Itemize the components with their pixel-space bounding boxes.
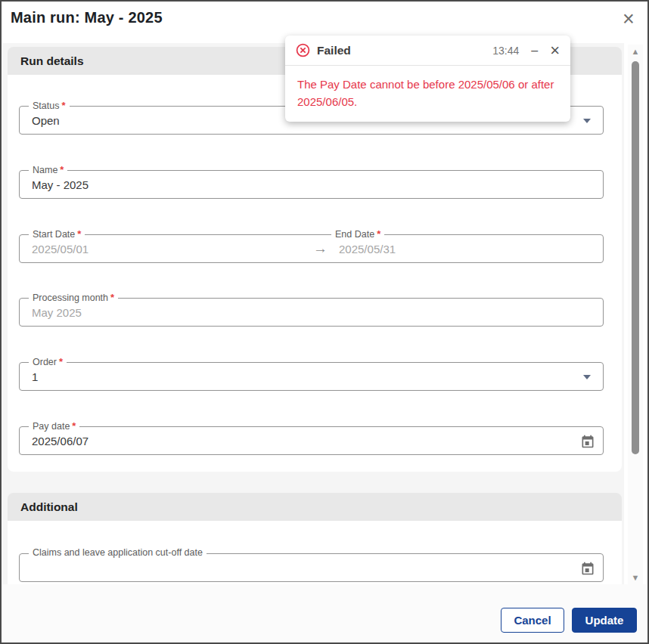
toast-timestamp: 13:44 bbox=[492, 45, 519, 57]
page-title: Main run: May - 2025 bbox=[11, 9, 163, 26]
chevron-down-icon[interactable] bbox=[583, 119, 591, 123]
main-run-dialog: Main run: May - 2025 × Run details Statu… bbox=[0, 0, 649, 644]
chevron-down-icon[interactable] bbox=[583, 375, 591, 379]
required-asterisk: * bbox=[377, 228, 380, 240]
processing-month-field: Processing month* May 2025 bbox=[19, 298, 604, 327]
claims-cutoff-field[interactable]: Claims and leave application cut-off dat… bbox=[19, 553, 604, 582]
required-asterisk: * bbox=[110, 292, 114, 303]
failed-toast: Failed 13:44 – × The Pay Date cannot be … bbox=[285, 36, 570, 122]
start-date-label: Start Date* bbox=[29, 228, 85, 240]
required-asterisk: * bbox=[77, 228, 81, 240]
close-icon[interactable]: × bbox=[617, 8, 640, 30]
minimize-icon[interactable]: – bbox=[531, 45, 538, 56]
scroll-down-icon[interactable]: ▼ bbox=[628, 572, 643, 583]
scroll-up-icon[interactable]: ▲ bbox=[628, 46, 643, 57]
section-header-additional: Additional bbox=[8, 493, 622, 521]
name-label: Name* bbox=[29, 164, 67, 175]
status-label: Status* bbox=[29, 100, 70, 111]
required-asterisk: * bbox=[59, 356, 63, 367]
status-value: Open bbox=[32, 114, 60, 127]
toast-message: The Pay Date cannot be before 2025/05/06… bbox=[285, 66, 570, 110]
required-asterisk: * bbox=[72, 420, 76, 432]
order-value: 1 bbox=[32, 370, 38, 383]
cancel-button[interactable]: Cancel bbox=[501, 608, 564, 633]
scrollbar[interactable]: ▲ ▼ bbox=[628, 45, 643, 586]
name-value: May - 2025 bbox=[32, 178, 88, 191]
end-date-value: 2025/05/31 bbox=[339, 243, 396, 255]
update-button[interactable]: Update bbox=[572, 608, 637, 633]
scrollbar-thumb[interactable] bbox=[632, 61, 639, 454]
pay-date-label: Pay date* bbox=[29, 420, 79, 432]
toast-close-icon[interactable]: × bbox=[550, 44, 560, 57]
required-asterisk: * bbox=[61, 100, 65, 111]
calendar-icon[interactable] bbox=[580, 561, 595, 576]
end-date-label: End Date* bbox=[331, 228, 384, 240]
dialog-footer: Cancel Update bbox=[2, 584, 647, 642]
pay-date-field[interactable]: Pay date* 2025/06/07 bbox=[19, 426, 604, 455]
order-label: Order* bbox=[29, 356, 67, 367]
name-field[interactable]: Name* May - 2025 bbox=[19, 170, 604, 199]
pay-date-value: 2025/06/07 bbox=[32, 435, 88, 447]
processing-month-label: Processing month* bbox=[29, 292, 118, 303]
start-end-date-field: Start Date* 2025/05/01 → End Date* 2025/… bbox=[19, 234, 604, 263]
toast-header: Failed 13:44 – × bbox=[285, 36, 570, 66]
order-field[interactable]: Order* 1 bbox=[19, 362, 604, 391]
toast-title: Failed bbox=[317, 44, 351, 57]
claims-cutoff-label: Claims and leave application cut-off dat… bbox=[29, 547, 206, 558]
dialog-content: Run details Status* Open Name* May - 202… bbox=[2, 43, 624, 587]
section-title: Additional bbox=[20, 500, 78, 513]
processing-month-value: May 2025 bbox=[32, 306, 82, 319]
arrow-right-icon: → bbox=[313, 240, 328, 257]
start-date-value: 2025/05/01 bbox=[32, 243, 88, 255]
error-circle-icon bbox=[296, 43, 310, 57]
section-title: Run details bbox=[20, 54, 84, 67]
required-asterisk: * bbox=[60, 164, 64, 175]
calendar-icon[interactable] bbox=[580, 434, 595, 449]
